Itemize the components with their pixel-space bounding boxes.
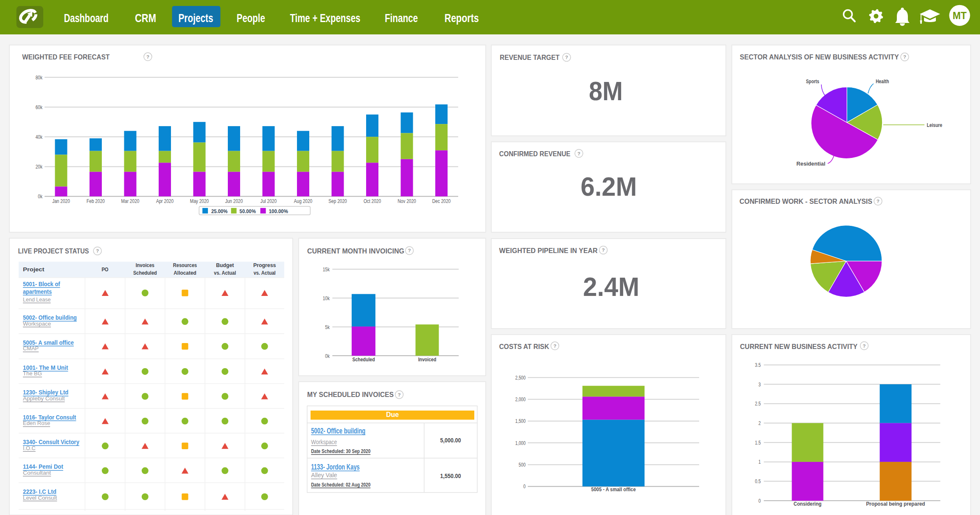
svg-text:8M: 8M [589, 76, 623, 106]
svg-text:CMAP: CMAP [23, 345, 39, 352]
svg-text:CRM: CRM [135, 11, 156, 25]
svg-text:?: ? [565, 55, 568, 60]
svg-text:0k: 0k [325, 353, 330, 359]
svg-text:Leisure: Leisure [927, 122, 942, 128]
svg-text:Level Consult: Level Consult [23, 495, 57, 501]
svg-text:Invoices: Invoices [136, 262, 154, 268]
svg-text:Lend Lease: Lend Lease [23, 296, 51, 303]
svg-text:0: 0 [524, 484, 526, 490]
svg-text:Eden Rose: Eden Rose [23, 420, 50, 426]
svg-text:?: ? [398, 392, 401, 397]
svg-text:60k: 60k [36, 104, 43, 110]
svg-text:Resources: Resources [173, 262, 197, 268]
svg-text:Progress: Progress [253, 262, 276, 268]
svg-text:WEIGHTED PIPELINE IN YEAR: WEIGHTED PIPELINE IN YEAR [499, 247, 598, 255]
svg-text:vs. Actual: vs. Actual [254, 270, 276, 276]
svg-text:Workspace: Workspace [311, 438, 337, 445]
svg-text:Workspace: Workspace [23, 321, 51, 327]
svg-text:MT: MT [953, 10, 967, 21]
svg-text:1,550.00: 1,550.00 [440, 473, 461, 479]
svg-text:CONFIRMED REVENUE: CONFIRMED REVENUE [499, 150, 571, 158]
svg-text:1.5: 1.5 [755, 440, 761, 446]
svg-text:LIVE PROJECT STATUS: LIVE PROJECT STATUS [18, 247, 89, 255]
svg-text:Aug 2020: Aug 2020 [294, 198, 312, 204]
svg-text:Sep 2020: Sep 2020 [328, 198, 347, 204]
svg-text:5005 - A small office: 5005 - A small office [591, 487, 636, 492]
svg-text:5,000.00: 5,000.00 [440, 437, 461, 444]
svg-text:1,500: 1,500 [515, 418, 526, 424]
svg-text:1: 1 [759, 459, 761, 465]
svg-text:20k: 20k [36, 163, 43, 170]
svg-text:Dec 2020: Dec 2020 [432, 198, 451, 204]
svg-text:3.5: 3.5 [755, 362, 761, 368]
svg-text:Time + Expenses: Time + Expenses [290, 11, 360, 25]
svg-text:apartments: apartments [23, 288, 52, 295]
svg-text:People: People [237, 11, 265, 25]
svg-text:2223- I.C Ltd: 2223- I.C Ltd [23, 488, 56, 495]
svg-text:Jun 2020: Jun 2020 [225, 198, 243, 204]
svg-text:?: ? [408, 248, 411, 253]
svg-text:Oct 2020: Oct 2020 [364, 198, 381, 204]
svg-text:5005- A small office: 5005- A small office [23, 339, 74, 346]
svg-text:CURRENT MONTH INVOICING: CURRENT MONTH INVOICING [307, 247, 404, 255]
svg-text:Sports: Sports [806, 79, 819, 84]
svg-text:Jan 2020: Jan 2020 [52, 198, 70, 204]
svg-text:Health: Health [876, 79, 889, 84]
svg-text:1001- The M Unit: 1001- The M Unit [23, 364, 68, 371]
svg-text:3340- Consult Victory: 3340- Consult Victory [23, 439, 79, 445]
svg-text:CURRENT NEW BUSINESS ACTIVITY: CURRENT NEW BUSINESS ACTIVITY [740, 343, 858, 351]
svg-text:Residential: Residential [796, 161, 825, 167]
svg-text:0: 0 [759, 498, 761, 504]
svg-text:Alley Vale: Alley Vale [311, 471, 337, 478]
svg-text:2.5: 2.5 [755, 401, 761, 407]
svg-text:5001- Block of: 5001- Block of [23, 281, 60, 287]
svg-text:Consultant: Consultant [23, 470, 51, 476]
svg-text:2.4M: 2.4M [583, 272, 639, 301]
svg-text:40k: 40k [36, 134, 43, 140]
svg-text:PO: PO [101, 266, 108, 273]
svg-text:Considering: Considering [794, 501, 822, 507]
svg-text:?: ? [863, 343, 866, 349]
svg-text:2: 2 [759, 420, 761, 426]
svg-text:?: ? [903, 54, 906, 59]
svg-text:0.5: 0.5 [755, 478, 761, 484]
svg-text:CONFIRMED WORK - SECTOR ANALYS: CONFIRMED WORK - SECTOR ANALYSIS [739, 197, 872, 205]
svg-text:Scheduled: Scheduled [352, 356, 375, 363]
svg-text:?: ? [146, 54, 149, 59]
svg-text:Appleby Consult: Appleby Consult [23, 395, 65, 402]
svg-text:Projects: Projects [179, 11, 213, 25]
svg-text:Finance: Finance [385, 11, 418, 25]
svg-text:Proposal being prepared: Proposal being prepared [866, 501, 925, 507]
svg-text:5002- Office building: 5002- Office building [23, 314, 77, 321]
svg-text:?: ? [553, 343, 556, 349]
svg-text:1133- Jordon Kays: 1133- Jordon Kays [311, 463, 360, 471]
svg-text:May 2020: May 2020 [190, 198, 209, 204]
svg-text:6.2M: 6.2M [580, 172, 637, 201]
svg-text:Apr 2020: Apr 2020 [156, 198, 174, 204]
svg-text:80k: 80k [36, 74, 43, 81]
svg-text:Project: Project [23, 266, 45, 273]
svg-text:5002- Office building: 5002- Office building [311, 427, 365, 435]
svg-text:MY SCHEDULED INVOICES: MY SCHEDULED INVOICES [307, 391, 394, 399]
svg-text:SECTOR ANALYSIS OF NEW BUSINES: SECTOR ANALYSIS OF NEW BUSINESS ACTIVITY [740, 53, 899, 61]
svg-text:Scheduled: Scheduled [133, 270, 157, 276]
svg-text:0k: 0k [38, 193, 42, 200]
svg-text:1,000: 1,000 [515, 440, 526, 446]
svg-text:3: 3 [759, 382, 761, 388]
svg-text:?: ? [577, 151, 580, 156]
svg-text:500: 500 [519, 462, 526, 468]
svg-text:15k: 15k [323, 266, 330, 273]
svg-text:?: ? [876, 199, 879, 204]
svg-text:vs. Actual: vs. Actual [214, 270, 236, 276]
svg-text:1230- Shipley Ltd: 1230- Shipley Ltd [23, 389, 68, 396]
svg-text:COSTS AT RISK: COSTS AT RISK [499, 343, 549, 351]
svg-text:Date Scheduled: 02 Aug 2020: Date Scheduled: 02 Aug 2020 [311, 481, 370, 488]
svg-text:1144- Pemi Dot: 1144- Pemi Dot [23, 463, 63, 470]
svg-text:Reports: Reports [445, 11, 479, 25]
svg-text:Due: Due [386, 411, 399, 418]
svg-text:Dashboard: Dashboard [64, 11, 109, 25]
svg-text:Feb 2020: Feb 2020 [87, 198, 105, 204]
svg-text:10k: 10k [323, 295, 330, 301]
svg-text:?: ? [602, 248, 605, 253]
svg-text:5k: 5k [325, 324, 330, 330]
